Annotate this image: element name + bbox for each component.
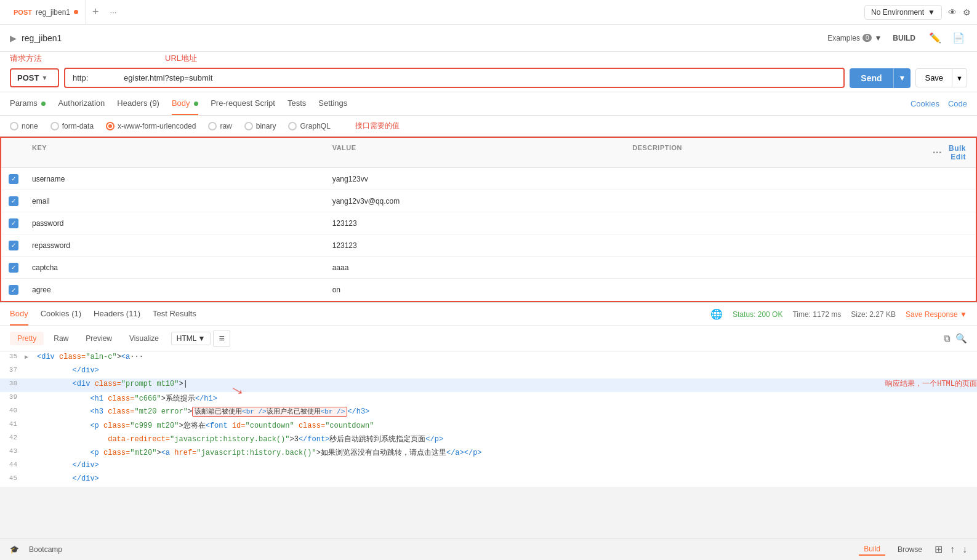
- new-tab-button[interactable]: +: [86, 6, 105, 18]
- row-checkbox[interactable]: ✓: [1, 215, 26, 232]
- table-row: ✓ agree on: [1, 279, 976, 301]
- radio-form-data[interactable]: [50, 122, 59, 130]
- code-link[interactable]: Code: [948, 99, 967, 108]
- option-urlencoded[interactable]: x-www-form-urlencoded: [106, 122, 196, 130]
- search-icon[interactable]: 🔍: [955, 333, 967, 344]
- settings-icon[interactable]: ⚙: [963, 7, 971, 17]
- row-key[interactable]: repassword: [26, 238, 326, 254]
- code-line-45: 45 </div>: [0, 473, 977, 487]
- row-key[interactable]: email: [26, 193, 326, 209]
- tab-settings[interactable]: Settings: [318, 92, 347, 115]
- viewer-tab-raw[interactable]: Raw: [46, 332, 76, 345]
- bottom-left: 🎓 Bootcamp: [10, 544, 67, 555]
- tab-method: POST: [14, 9, 32, 16]
- tab-authorization[interactable]: Authorization: [58, 92, 105, 115]
- send-button[interactable]: Send: [850, 68, 893, 88]
- row-value[interactable]: 123123: [326, 215, 627, 231]
- cookies-link[interactable]: Cookies: [911, 99, 939, 108]
- radio-urlencoded[interactable]: [106, 122, 115, 130]
- request-method-annotation: 请求方法: [10, 53, 42, 64]
- row-key[interactable]: password: [26, 215, 326, 231]
- row-key[interactable]: username: [26, 171, 326, 187]
- tab-headers[interactable]: Headers (9): [117, 92, 159, 115]
- upload-icon[interactable]: ↑: [950, 544, 955, 555]
- option-graphql[interactable]: GraphQL: [288, 122, 330, 130]
- browse-button[interactable]: Browse: [893, 544, 927, 555]
- row-key[interactable]: agree: [26, 282, 326, 298]
- table-row: ✓ repassword 123123: [1, 234, 976, 257]
- build-button-bottom[interactable]: Build: [859, 543, 885, 556]
- url-input[interactable]: [65, 69, 843, 87]
- row-key[interactable]: captcha: [26, 260, 326, 276]
- radio-raw[interactable]: [208, 122, 217, 130]
- method-arrow-icon: ▼: [41, 74, 47, 81]
- wrap-button[interactable]: ≡: [213, 330, 230, 347]
- body-options: none form-data x-www-form-urlencoded raw…: [0, 116, 977, 137]
- viewer-tab-preview[interactable]: Preview: [78, 332, 119, 345]
- save-group: Save ▼: [915, 68, 967, 87]
- build-button[interactable]: BUILD: [888, 31, 920, 45]
- request-tab[interactable]: POST reg_jiben1: [6, 0, 86, 24]
- radio-none[interactable]: [10, 122, 18, 130]
- row-description[interactable]: [626, 286, 927, 294]
- response-tab-body[interactable]: Body: [10, 303, 28, 326]
- eye-icon[interactable]: 👁: [948, 7, 957, 17]
- tab-prerequest[interactable]: Pre-request Script: [211, 92, 275, 115]
- save-response-button[interactable]: Save Response ▼: [906, 310, 967, 319]
- viewer-tab-visualize[interactable]: Visualize: [122, 332, 166, 345]
- row-checkbox[interactable]: ✓: [1, 281, 26, 298]
- response-tab-headers[interactable]: Headers (11): [94, 303, 140, 326]
- send-dropdown-button[interactable]: ▼: [893, 68, 911, 88]
- response-tab-cookies[interactable]: Cookies (1): [41, 303, 81, 326]
- row-description[interactable]: [626, 220, 927, 227]
- tab-tests[interactable]: Tests: [287, 92, 306, 115]
- format-selector[interactable]: HTML ▼: [171, 332, 211, 345]
- response-tab-tests[interactable]: Test Results: [153, 303, 196, 326]
- row-description[interactable]: [626, 242, 927, 249]
- row-value[interactable]: on: [326, 282, 627, 298]
- request-name: reg_jiben1: [22, 33, 62, 43]
- examples-button[interactable]: Examples 0 ▼: [827, 34, 882, 42]
- bootcamp-button[interactable]: Bootcamp: [24, 544, 67, 555]
- tab-params[interactable]: Params: [10, 92, 46, 115]
- viewer-tab-pretty[interactable]: Pretty: [10, 332, 44, 345]
- tab-body[interactable]: Body: [172, 92, 198, 115]
- option-form-data[interactable]: form-data: [50, 122, 94, 130]
- row-checkbox[interactable]: ✓: [1, 170, 26, 188]
- row-checkbox[interactable]: ✓: [1, 259, 26, 276]
- code-line-40: 40 <h3 class="mt20 error">该邮箱已被使用<br />该…: [0, 406, 977, 419]
- doc-icon[interactable]: 📄: [950, 30, 967, 46]
- save-button[interactable]: Save: [915, 68, 952, 87]
- save-dropdown-button[interactable]: ▼: [952, 68, 967, 87]
- row-description[interactable]: [626, 198, 927, 205]
- method-selector[interactable]: POST ▼: [10, 68, 59, 87]
- interface-values-annotation: 接口需要的值: [355, 121, 400, 131]
- bulk-edit-button[interactable]: Bulk Edit: [947, 144, 966, 161]
- response-size: Size: 2.27 KB: [851, 310, 896, 319]
- radio-graphql[interactable]: [288, 122, 297, 130]
- environment-selector[interactable]: No Environment ▼: [864, 5, 942, 20]
- row-value[interactable]: aaaa: [326, 260, 627, 276]
- row-checkbox[interactable]: ✓: [1, 193, 26, 210]
- more-icon[interactable]: ···: [933, 147, 942, 158]
- row-description[interactable]: [626, 264, 927, 271]
- edit-icon[interactable]: ✏️: [927, 30, 944, 46]
- env-arrow: ▼: [928, 8, 935, 17]
- row-value[interactable]: 123123: [326, 238, 627, 254]
- copy-icon[interactable]: ⧉: [944, 333, 951, 344]
- response-nav: Body Cookies (1) Headers (11) Test Resul…: [0, 303, 977, 326]
- download-icon[interactable]: ↓: [962, 544, 967, 555]
- tab-bar: POST reg_jiben1 + ··· No Environment ▼ 👁…: [0, 0, 977, 25]
- row-checkbox[interactable]: ✓: [1, 237, 26, 254]
- radio-binary[interactable]: [244, 122, 253, 130]
- row-value[interactable]: yang12v3v@qq.com: [326, 193, 627, 209]
- row-value[interactable]: yang123vv: [326, 171, 627, 187]
- grid-icon[interactable]: ⊞: [935, 543, 943, 555]
- option-none[interactable]: none: [10, 122, 38, 130]
- url-input-wrap: [64, 68, 845, 88]
- more-tabs-button[interactable]: ···: [105, 7, 122, 17]
- option-raw[interactable]: raw: [208, 122, 231, 130]
- row-description[interactable]: [626, 175, 927, 183]
- table-row: ✓ email yang12v3v@qq.com: [1, 190, 976, 212]
- option-binary[interactable]: binary: [244, 122, 276, 130]
